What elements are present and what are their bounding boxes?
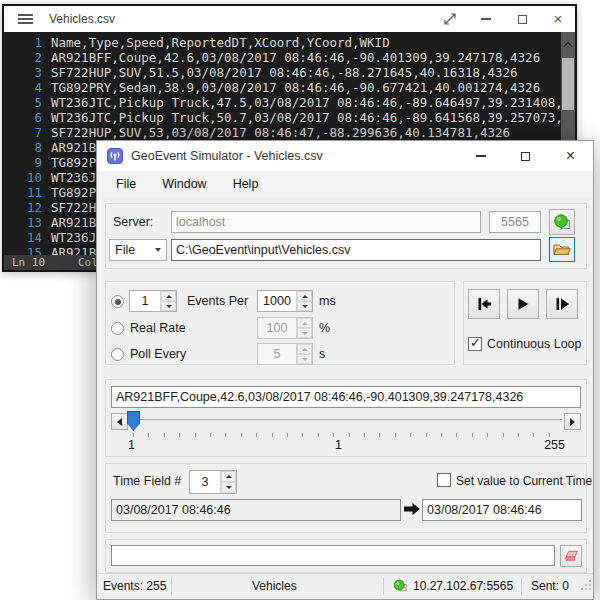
- spinner-down-icon[interactable]: [221, 482, 236, 493]
- menu-help[interactable]: Help: [220, 177, 272, 191]
- slider-current-label: 1: [335, 438, 342, 452]
- server-port-input[interactable]: 5565: [489, 211, 541, 233]
- file-name-status: Vehicles: [252, 579, 297, 593]
- play-button[interactable]: [507, 289, 539, 319]
- spinner-down-icon: [297, 328, 312, 338]
- time-field-label: Time Field #: [113, 474, 181, 488]
- arrow-right-icon: [570, 418, 575, 426]
- menu-window[interactable]: Window: [149, 177, 219, 191]
- real-rate-spinner: 100: [257, 317, 313, 339]
- eraser-icon: [564, 550, 579, 563]
- expand-diagonal-icon[interactable]: [443, 12, 457, 26]
- line-text: WT236JTC,Pickup Truck,47.5,03/08/2017 08…: [51, 95, 575, 110]
- simulator-titlebar: GeoEvent Simulator - Vehicles.csv ×: [97, 141, 593, 171]
- line-text: AR921BFF,Coupe,42.6,03/08/2017 08:46:46,…: [51, 50, 540, 65]
- spinner-up-icon[interactable]: [221, 471, 236, 482]
- spinner-up-icon: [297, 318, 312, 328]
- csv-line: 4TG892PRY,Sedan,38.9,03/08/2017 08:46:46…: [4, 80, 575, 95]
- csv-line: 2AR921BFF,Coupe,42.6,03/08/2017 08:46:46…: [4, 50, 575, 65]
- resize-grip[interactable]: [580, 579, 592, 598]
- clear-button[interactable]: [560, 545, 582, 567]
- line-text: SF722HUP,SUV,53,03/08/2017 08:46:47,-88.…: [51, 125, 510, 140]
- csv-window-title: Vehicles.csv: [49, 12, 115, 26]
- menu-file[interactable]: File: [103, 177, 149, 191]
- interval-spinner[interactable]: 1000: [257, 290, 313, 312]
- line-number: 6: [4, 110, 42, 125]
- line-text: TG892PRY,Sedan,38.9,03/08/2017 08:46:46,…: [51, 80, 540, 95]
- connect-button[interactable]: [549, 209, 575, 235]
- real-rate-label: Real Rate: [130, 321, 186, 335]
- geoevent-app-icon: [107, 148, 123, 167]
- line-number: 5: [4, 95, 42, 110]
- browse-file-button[interactable]: [549, 237, 575, 262]
- progress-bar: [111, 545, 555, 566]
- maximize-icon[interactable]: [503, 141, 548, 171]
- line-number: 14: [4, 230, 42, 245]
- csv-line: 1Name,Type,Speed,ReportedDT,XCoord,YCoor…: [4, 35, 575, 50]
- play-icon: [516, 297, 530, 311]
- line-number: 7: [4, 125, 42, 140]
- set-current-time-checkbox[interactable]: [437, 473, 451, 487]
- line-number: 3: [4, 65, 42, 80]
- maps-to-arrow-icon: [404, 502, 420, 519]
- maximize-icon[interactable]: [515, 12, 529, 26]
- time-field-value: 3: [190, 471, 220, 493]
- events-count-spinner[interactable]: 1: [129, 290, 177, 312]
- line-number: 15: [4, 245, 42, 255]
- desktop: Vehicles.csv × 1Name,Type,Speed,Reported…: [0, 0, 600, 600]
- arrow-left-icon: [117, 418, 122, 426]
- sent-count-status: Sent: 0: [531, 579, 569, 593]
- simulator-window-title: GeoEvent Simulator - Vehicles.csv: [131, 149, 323, 163]
- poll-value: 5: [258, 344, 296, 364]
- slider-track[interactable]: [130, 419, 562, 422]
- slider-left-button[interactable]: [111, 413, 128, 430]
- spinner-up-icon[interactable]: [161, 291, 176, 301]
- line-text: Name,Type,Speed,ReportedDT,XCoord,YCoord…: [51, 35, 390, 50]
- spinner-down-icon[interactable]: [297, 301, 312, 311]
- time-field-spinner[interactable]: 3: [189, 470, 237, 494]
- minimize-icon[interactable]: [479, 12, 493, 26]
- line-number: 13: [4, 215, 42, 230]
- scroll-up-icon[interactable]: [563, 36, 573, 51]
- line-text: WT236JTC,Pickup Truck,50.7,03/08/2017 08…: [51, 110, 575, 125]
- minimize-icon[interactable]: [458, 141, 503, 171]
- csv-line: 5WT236JTC,Pickup Truck,47.5,03/08/2017 0…: [4, 95, 575, 110]
- csv-line: 6WT236JTC,Pickup Truck,50.7,03/08/2017 0…: [4, 110, 575, 125]
- spinner-down-icon[interactable]: [161, 301, 176, 311]
- slider-start-label: 1: [128, 438, 135, 452]
- step-forward-button[interactable]: [546, 289, 578, 319]
- csv-window-titlebar: Vehicles.csv ×: [4, 6, 575, 32]
- slider-end-label: 255: [537, 438, 565, 452]
- file-path-input[interactable]: C:\GeoEvent\input\Vehicles.csv: [171, 239, 541, 261]
- seconds-unit-label: s: [319, 347, 325, 361]
- line-text: SF722HUP,SUV,51.5,03/08/2017 08:46:46,-8…: [51, 65, 518, 80]
- slider-right-button[interactable]: [564, 413, 581, 430]
- line-number: 4: [4, 80, 42, 95]
- set-current-time-label: Set value to Current Time: [456, 474, 592, 488]
- close-icon[interactable]: ×: [551, 12, 565, 26]
- poll-every-radio[interactable]: [111, 348, 124, 361]
- connect-icon: [553, 213, 571, 231]
- current-event-input[interactable]: AR921BFF,Coupe,42.6,03/08/2017 08:46:46,…: [111, 386, 581, 408]
- line-number: 10: [4, 170, 42, 185]
- spinner-down-icon: [297, 354, 312, 364]
- fixed-rate-radio[interactable]: [111, 295, 124, 308]
- close-icon[interactable]: ×: [548, 141, 593, 171]
- time-to-input[interactable]: 03/08/2017 08:46:46: [422, 499, 582, 521]
- server-host-input[interactable]: localhost: [171, 211, 481, 233]
- hamburger-menu-icon[interactable]: [18, 12, 33, 27]
- line-number: 12: [4, 200, 42, 215]
- scrollbar-thumb[interactable]: [562, 58, 574, 110]
- line-number: 2: [4, 50, 42, 65]
- skip-to-start-button[interactable]: [468, 289, 500, 319]
- poll-spinner: 5: [257, 343, 313, 365]
- continuous-loop-checkbox[interactable]: [468, 337, 482, 351]
- events-per-label: Events Per: [187, 294, 248, 308]
- step-forward-icon: [554, 297, 570, 311]
- real-rate-radio[interactable]: [111, 322, 124, 335]
- spinner-up-icon[interactable]: [297, 291, 312, 301]
- source-type-dropdown[interactable]: File: [109, 239, 167, 261]
- percent-unit-label: %: [319, 321, 330, 335]
- time-from-input: 03/08/2017 08:46:46: [111, 499, 401, 521]
- line-number: 8: [4, 140, 42, 155]
